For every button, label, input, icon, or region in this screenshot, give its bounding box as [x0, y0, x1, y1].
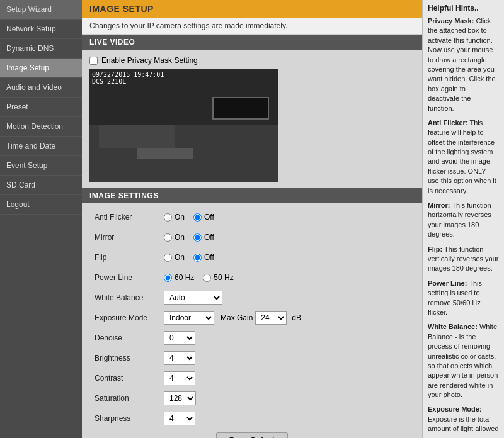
settings-area: Anti Flicker On Off Mirror On — [82, 203, 422, 438]
power-line-50-label: 50 Hz — [214, 273, 233, 282]
privacy-mask-row: Enable Privacy Mask Setting — [89, 56, 415, 65]
room-sofa — [99, 125, 175, 148]
mirror-on-label: On — [175, 233, 185, 242]
denoise-label: Denoise — [94, 334, 164, 342]
mirror-off-radio[interactable] — [193, 233, 202, 242]
flip-label: Flip — [94, 253, 164, 262]
room-table — [137, 148, 193, 159]
mirror-label: Mirror — [94, 233, 164, 242]
page-subtext: Changes to your IP camera settings are m… — [82, 18, 422, 35]
sharpness-row: Sharpness 012345678 — [94, 411, 410, 426]
hints-container: Privacy Mask: Click the attached box to … — [428, 16, 499, 434]
flip-on-label: On — [175, 253, 185, 262]
max-gain-group: Max Gain 24 16 8 4 dB — [220, 311, 301, 325]
camera-timestamp: 09/22/2015 19:47:01 — [92, 71, 164, 78]
sharpness-select[interactable]: 012345678 — [164, 412, 195, 425]
flip-off-option[interactable]: Off — [193, 253, 214, 262]
power-line-group: 60 Hz 50 Hz — [164, 273, 234, 282]
live-video-area: Enable Privacy Mask Setting 09/22/2015 1… — [82, 50, 422, 188]
sidebar-item-setup-wizard[interactable]: Setup Wizard — [0, 0, 82, 20]
max-gain-select[interactable]: 24 16 8 4 — [255, 311, 287, 325]
flip-group: On Off — [164, 253, 214, 262]
room-tv — [212, 97, 269, 120]
power-line-60-option[interactable]: 60 Hz — [164, 273, 194, 282]
sidebar-item-audio-and-video[interactable]: Audio and Video — [0, 78, 82, 98]
privacy-mask-label: Enable Privacy Mask Setting — [101, 56, 198, 65]
sidebar-item-image-setup[interactable]: Image Setup — [0, 59, 82, 78]
saturation-select[interactable]: 0326496128160192224255 — [164, 391, 196, 405]
exposure-mode-label: Exposure Mode — [94, 313, 164, 322]
mirror-off-option[interactable]: Off — [193, 233, 214, 242]
main-content: IMAGE SETUP Changes to your IP camera se… — [82, 0, 422, 438]
anti-flicker-on-radio[interactable] — [164, 213, 172, 222]
room-scene — [89, 69, 278, 182]
image-settings-section-header: IMAGE SETTINGS — [82, 188, 422, 203]
sidebar: Setup WizardNetwork SetupDynamic DNSImag… — [0, 0, 82, 438]
exposure-mode-select[interactable]: Indoor Outdoor Auto — [164, 311, 214, 325]
exposure-mode-row: Exposure Mode Indoor Outdoor Auto Max Ga… — [94, 310, 410, 325]
hint-block: Privacy Mask: Click the attached box to … — [428, 16, 499, 113]
hint-block: Power Line: This setting is used to remo… — [428, 279, 499, 318]
hint-title: Power Line: — [428, 279, 467, 287]
mirror-on-option[interactable]: On — [164, 233, 185, 242]
white-balance-row: White Balance Auto Manual Outdoor Indoor… — [94, 290, 410, 305]
power-line-50-radio[interactable] — [203, 274, 211, 282]
db-label: dB — [292, 313, 301, 322]
hint-title: Anti Flicker: — [428, 119, 468, 126]
contrast-row: Contrast 012345678 — [94, 371, 410, 386]
sidebar-item-dynamic-dns[interactable]: Dynamic DNS — [0, 39, 82, 59]
anti-flicker-off-radio[interactable] — [193, 213, 202, 222]
hint-title: Exposure Mode: — [428, 405, 482, 413]
saturation-row: Saturation 0326496128160192224255 — [94, 391, 410, 406]
power-line-50-option[interactable]: 50 Hz — [203, 273, 233, 282]
camera-feed: 09/22/2015 19:47:01 DCS-2210L — [89, 69, 278, 182]
power-line-60-radio[interactable] — [164, 274, 172, 282]
flip-on-radio[interactable] — [164, 254, 172, 262]
hint-block: Mirror: This function horizontally rever… — [428, 201, 499, 240]
hint-block: Flip: This function vertically reverses … — [428, 245, 499, 274]
anti-flicker-on-label: On — [175, 213, 185, 222]
sidebar-item-sd-card[interactable]: SD Card — [0, 176, 82, 195]
white-balance-label: White Balance — [94, 293, 164, 302]
camera-model: DCS-2210L — [92, 78, 164, 85]
privacy-mask-checkbox[interactable] — [89, 57, 98, 65]
brightness-select[interactable]: 012345678 — [164, 351, 195, 365]
contrast-select[interactable]: 012345678 — [164, 371, 195, 385]
flip-row: Flip On Off — [94, 250, 410, 265]
brightness-row: Brightness 012345678 — [94, 351, 410, 366]
saturation-label: Saturation — [94, 394, 164, 403]
flip-on-option[interactable]: On — [164, 253, 185, 262]
denoise-select[interactable]: 01234 — [164, 331, 195, 345]
sidebar-item-logout[interactable]: Logout — [0, 195, 82, 215]
flip-off-label: Off — [204, 253, 214, 262]
right-panel: Helpful Hints.. Privacy Mask: Click the … — [422, 0, 504, 438]
mirror-off-label: Off — [204, 233, 214, 242]
hint-title: White Balance: — [428, 323, 478, 330]
max-gain-label: Max Gain — [220, 313, 253, 322]
hint-block: White Balance: White Balance - Is the pr… — [428, 322, 499, 400]
brightness-label: Brightness — [94, 354, 164, 362]
anti-flicker-off-label: Off — [204, 213, 214, 222]
denoise-row: Denoise 01234 — [94, 330, 410, 345]
hint-block: Anti Flicker: This feature will help to … — [428, 118, 499, 196]
power-line-label: Power Line — [94, 273, 164, 282]
hint-block: Exposure Mode: Exposure is the total amo… — [428, 405, 499, 434]
flip-off-radio[interactable] — [193, 254, 202, 262]
live-video-section-header: LIVE VIDEO — [82, 35, 422, 50]
anti-flicker-off-option[interactable]: Off — [193, 213, 214, 222]
sidebar-item-event-setup[interactable]: Event Setup — [0, 156, 82, 176]
sidebar-item-preset[interactable]: Preset — [0, 98, 82, 117]
mirror-group: On Off — [164, 233, 214, 242]
power-line-60-label: 60 Hz — [175, 273, 194, 282]
anti-flicker-on-option[interactable]: On — [164, 213, 185, 222]
sidebar-item-time-and-date[interactable]: Time and Date — [0, 137, 82, 156]
reset-default-button[interactable]: Reset Default — [216, 432, 289, 438]
sidebar-item-motion-detection[interactable]: Motion Detection — [0, 117, 82, 137]
sidebar-item-network-setup[interactable]: Network Setup — [0, 20, 82, 39]
hint-title: Privacy Mask: — [428, 17, 474, 25]
mirror-on-radio[interactable] — [164, 233, 172, 242]
camera-overlay-text: 09/22/2015 19:47:01 DCS-2210L — [92, 71, 164, 85]
white-balance-select[interactable]: Auto Manual Outdoor Indoor Fluorescent — [164, 291, 222, 305]
mirror-row: Mirror On Off — [94, 230, 410, 245]
anti-flicker-group: On Off — [164, 213, 214, 222]
